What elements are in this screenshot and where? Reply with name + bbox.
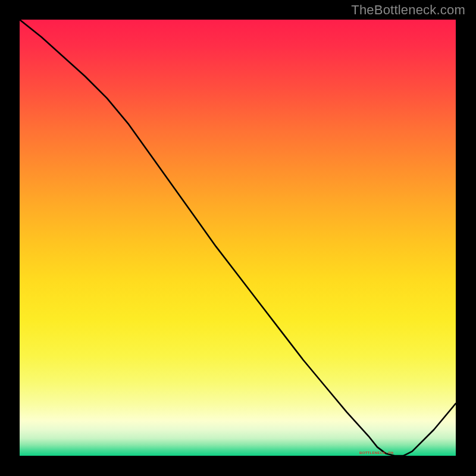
attribution-text: TheBottleneck.com <box>351 2 465 18</box>
plot-area: BOTTLENECK: 0% <box>20 20 456 456</box>
bottleneck-label: BOTTLENECK: 0% <box>359 451 394 455</box>
curve-path <box>20 20 456 456</box>
curve-svg <box>20 20 456 456</box>
